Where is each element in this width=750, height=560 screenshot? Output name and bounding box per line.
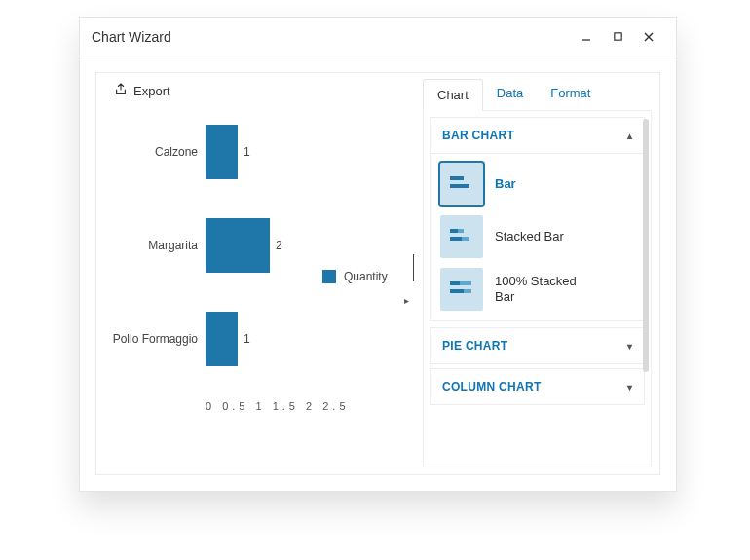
bar-row: Calzone 1: [106, 120, 408, 184]
chart-type-bar[interactable]: Bar: [440, 163, 634, 205]
bar-value-label: 1: [244, 145, 250, 159]
chevron-down-icon: ▾: [627, 341, 632, 352]
tab-chart[interactable]: Chart: [423, 79, 483, 111]
section-title: PIE CHART: [442, 339, 507, 353]
x-axis-ticks: 0 0.5 1 1.5 2 2.5: [106, 400, 408, 412]
chart-type-100-stacked-bar[interactable]: 100% Stacked Bar: [440, 268, 634, 311]
tab-strip: Chart Data Format: [423, 78, 652, 111]
svg-rect-1: [614, 33, 620, 40]
titlebar: Chart Wizard: [80, 18, 676, 56]
export-icon: [114, 83, 128, 99]
chart-type-label: Bar: [495, 176, 516, 192]
section-title: BAR CHART: [442, 129, 514, 142]
bar-fill: [206, 218, 270, 273]
inner-frame: Export Calzone 1 Margarita 2: [95, 72, 660, 475]
bar-value-label: 1: [244, 332, 250, 346]
svg-rect-6: [450, 229, 458, 233]
chart-wizard-window: Chart Wizard Export: [79, 17, 677, 492]
category-label: Calzone: [106, 145, 206, 159]
export-label: Export: [133, 84, 170, 98]
bar-value-label: 2: [276, 239, 282, 252]
svg-rect-7: [458, 229, 464, 233]
chevron-down-icon: ▾: [627, 382, 632, 392]
chart-type-label: Stacked Bar: [495, 229, 564, 244]
svg-rect-10: [450, 281, 460, 285]
svg-rect-12: [450, 289, 464, 293]
section-pie-chart[interactable]: PIE CHART ▾: [430, 327, 645, 364]
bar-fill: [206, 125, 238, 179]
panel-body: BAR CHART ▴ Bar: [423, 111, 652, 467]
window-title: Chart Wizard: [92, 29, 571, 45]
export-button[interactable]: Export: [114, 83, 170, 99]
minimize-button[interactable]: [571, 23, 602, 51]
close-button[interactable]: [633, 23, 664, 51]
svg-rect-9: [462, 237, 469, 241]
svg-rect-13: [464, 289, 471, 293]
tab-format[interactable]: Format: [537, 78, 604, 110]
svg-rect-4: [450, 176, 464, 180]
section-bar-chart[interactable]: BAR CHART ▴: [430, 117, 645, 154]
panel-divider: [413, 254, 414, 281]
stacked-bar-chart-icon: [440, 215, 483, 258]
section-column-chart[interactable]: COLUMN CHART ▾: [430, 368, 645, 405]
scrollbar[interactable]: [643, 119, 649, 372]
svg-rect-8: [450, 237, 462, 241]
svg-rect-11: [460, 281, 471, 285]
tab-data[interactable]: Data: [483, 78, 537, 110]
maximize-button[interactable]: [602, 23, 633, 51]
settings-panel: Chart Data Format BAR CHART ▴: [423, 78, 652, 467]
bar-chart: Calzone 1 Margarita 2 Pollo Formaggio: [106, 120, 408, 451]
svg-rect-5: [450, 184, 469, 188]
legend-expand-icon[interactable]: ▸: [404, 295, 409, 306]
bar-row: Pollo Formaggio 1: [106, 307, 408, 371]
chart-type-stacked-bar[interactable]: Stacked Bar: [440, 215, 634, 258]
legend-label: Quantity: [344, 270, 388, 283]
bar-chart-icon: [440, 163, 483, 205]
bar-chart-options: Bar Stacked Bar: [430, 153, 645, 321]
category-label: Pollo Formaggio: [106, 332, 206, 346]
category-label: Margarita: [106, 239, 206, 252]
legend-swatch: [322, 270, 336, 283]
bar-row: Margarita 2: [106, 213, 408, 278]
section-title: COLUMN CHART: [442, 380, 542, 393]
chevron-up-icon: ▴: [627, 131, 632, 141]
chart-legend[interactable]: Quantity: [322, 270, 388, 283]
full-stacked-bar-chart-icon: [440, 268, 483, 311]
bar-fill: [206, 312, 238, 366]
chart-type-label: 100% Stacked Bar: [495, 274, 592, 304]
content-area: Export Calzone 1 Margarita 2: [80, 56, 676, 491]
